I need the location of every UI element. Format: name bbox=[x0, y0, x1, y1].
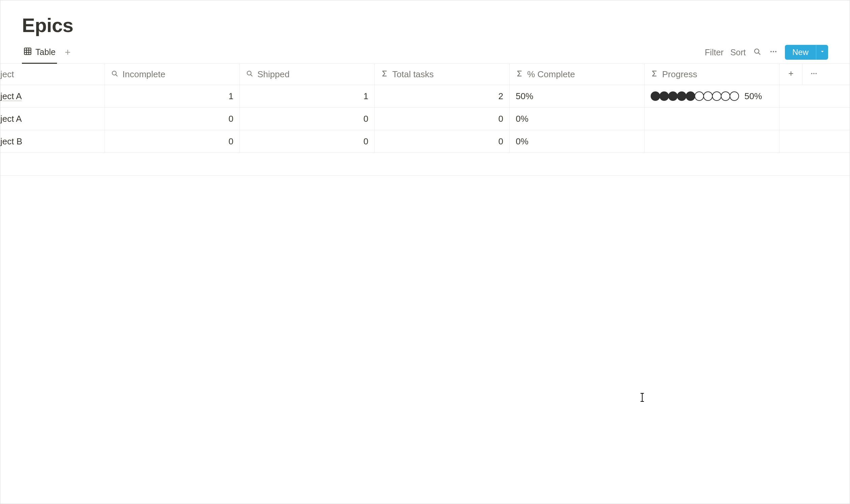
sigma-icon bbox=[516, 69, 523, 79]
tab-label: Table bbox=[35, 47, 56, 57]
column-header-pct[interactable]: % Complete bbox=[510, 64, 645, 85]
tab-table[interactable]: Table bbox=[22, 43, 57, 64]
svg-point-9 bbox=[775, 51, 776, 52]
cell-incomplete[interactable]: 1 bbox=[105, 85, 240, 107]
cell-trailing bbox=[779, 108, 802, 130]
cell-value: 0% bbox=[516, 114, 528, 124]
svg-line-6 bbox=[758, 53, 760, 55]
svg-point-12 bbox=[247, 71, 251, 75]
column-header-progress[interactable]: Progress bbox=[645, 64, 779, 85]
sigma-icon bbox=[381, 69, 388, 79]
row-title[interactable]: ject B bbox=[0, 136, 22, 147]
cell-value: 0 bbox=[364, 136, 368, 147]
new-button[interactable]: New bbox=[785, 45, 816, 60]
svg-point-8 bbox=[773, 51, 774, 52]
svg-point-7 bbox=[771, 51, 772, 52]
cell-value: 50% bbox=[516, 91, 533, 102]
database-table: ject Incomplete Shipped Total tasks % Co… bbox=[0, 64, 850, 176]
cell-value: 0 bbox=[499, 114, 503, 124]
svg-point-17 bbox=[813, 73, 815, 74]
cell-trailing bbox=[779, 130, 802, 152]
dot-filled-icon bbox=[668, 91, 677, 101]
cell-shipped[interactable]: 0 bbox=[240, 130, 375, 152]
new-dropdown-button[interactable] bbox=[816, 45, 828, 60]
table-row[interactable]: ject B0000% bbox=[0, 130, 850, 153]
progress-label: 50% bbox=[744, 91, 762, 102]
svg-line-11 bbox=[116, 74, 117, 76]
cell-value: 0 bbox=[229, 114, 233, 124]
dots-horizontal-icon bbox=[810, 69, 818, 79]
page-title[interactable]: Epics bbox=[22, 14, 850, 36]
table-footer-row[interactable] bbox=[0, 153, 850, 176]
cell-trailing bbox=[802, 130, 825, 152]
svg-rect-0 bbox=[24, 48, 31, 55]
column-header-shipped[interactable]: Shipped bbox=[240, 64, 375, 85]
dots-horizontal-icon bbox=[770, 48, 777, 57]
more-button[interactable] bbox=[769, 48, 778, 57]
dot-empty-icon bbox=[712, 91, 722, 101]
sort-button[interactable]: Sort bbox=[730, 48, 746, 57]
svg-point-5 bbox=[755, 49, 759, 53]
cell-value: 1 bbox=[364, 91, 368, 102]
rollup-search-icon bbox=[111, 69, 119, 79]
dot-filled-icon bbox=[659, 91, 669, 101]
cell-trailing bbox=[802, 108, 825, 130]
add-column-button[interactable] bbox=[779, 64, 802, 85]
table-row[interactable]: ject A11250%50% bbox=[0, 85, 850, 108]
cell-incomplete[interactable]: 0 bbox=[105, 130, 240, 152]
svg-line-13 bbox=[251, 74, 252, 76]
row-title[interactable]: ject A bbox=[0, 91, 22, 102]
cell-trailing bbox=[779, 85, 802, 107]
column-header-incomplete[interactable]: Incomplete bbox=[105, 64, 240, 85]
filter-button[interactable]: Filter bbox=[705, 48, 724, 57]
rollup-search-icon bbox=[246, 69, 253, 79]
dot-empty-icon bbox=[729, 91, 739, 101]
cell-total[interactable]: 0 bbox=[375, 130, 510, 152]
cell-value: 0 bbox=[364, 114, 368, 124]
column-label: % Complete bbox=[527, 69, 575, 79]
cell-shipped[interactable]: 0 bbox=[240, 108, 375, 130]
column-label: ject bbox=[0, 69, 14, 79]
cell-shipped[interactable]: 1 bbox=[240, 85, 375, 107]
cell-name[interactable]: ject A bbox=[0, 108, 105, 130]
search-icon bbox=[753, 48, 761, 57]
plus-icon: + bbox=[65, 47, 71, 58]
column-header-name[interactable]: ject bbox=[0, 64, 105, 85]
search-button[interactable] bbox=[753, 48, 762, 57]
column-label: Incomplete bbox=[123, 69, 165, 79]
svg-point-18 bbox=[816, 73, 817, 74]
table-icon bbox=[23, 47, 32, 58]
plus-icon bbox=[787, 69, 795, 79]
table-row[interactable]: ject A0000% bbox=[0, 108, 850, 130]
cell-pct[interactable]: 50% bbox=[510, 85, 645, 107]
cell-pct[interactable]: 0% bbox=[510, 130, 645, 152]
column-label: Total tasks bbox=[392, 69, 434, 79]
dot-empty-icon bbox=[703, 91, 713, 101]
row-title[interactable]: ject A bbox=[0, 114, 22, 124]
column-options-button[interactable] bbox=[802, 64, 825, 85]
table-header-row: ject Incomplete Shipped Total tasks % Co… bbox=[0, 64, 850, 85]
dot-empty-icon bbox=[694, 91, 704, 101]
add-view-button[interactable]: + bbox=[62, 47, 74, 59]
progress-dots bbox=[651, 91, 738, 101]
cell-name[interactable]: ject A bbox=[0, 85, 105, 107]
dot-filled-icon bbox=[651, 91, 660, 101]
cell-progress[interactable]: 50% bbox=[645, 85, 779, 107]
progress-indicator: 50% bbox=[651, 91, 762, 102]
text-cursor-icon bbox=[642, 393, 643, 401]
cell-progress[interactable] bbox=[645, 108, 779, 130]
dot-empty-icon bbox=[721, 91, 730, 101]
dot-filled-icon bbox=[686, 91, 695, 101]
column-header-total[interactable]: Total tasks bbox=[375, 64, 510, 85]
cell-name[interactable]: ject B bbox=[0, 130, 105, 152]
cell-progress[interactable] bbox=[645, 130, 779, 152]
column-label: Progress bbox=[662, 69, 697, 79]
cell-value: 2 bbox=[499, 91, 503, 102]
cell-pct[interactable]: 0% bbox=[510, 108, 645, 130]
cell-value: 0 bbox=[499, 136, 503, 147]
svg-point-16 bbox=[811, 73, 813, 74]
cell-total[interactable]: 0 bbox=[375, 108, 510, 130]
cell-total[interactable]: 2 bbox=[375, 85, 510, 107]
cell-incomplete[interactable]: 0 bbox=[105, 108, 240, 130]
cell-trailing bbox=[802, 85, 825, 107]
